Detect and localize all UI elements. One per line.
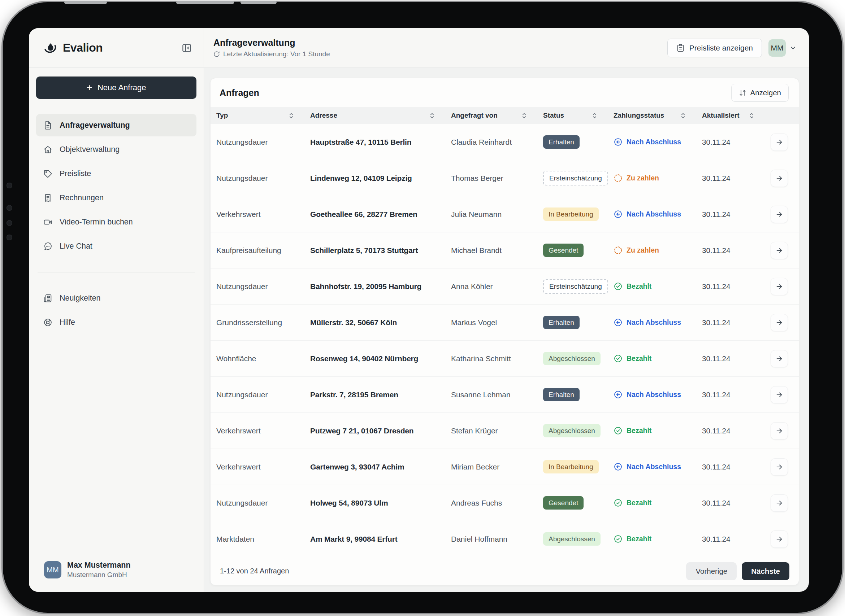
- newspaper-icon: [43, 294, 52, 303]
- table-row[interactable]: Nutzungsdauer Parkstr. 7, 28195 Bremen S…: [210, 376, 799, 412]
- show-pricelist-label: Preisliste anzeigen: [689, 44, 753, 52]
- sort-icon: [592, 113, 598, 119]
- cell-typ: Nutzungsdauer: [216, 174, 310, 183]
- open-request-button[interactable]: [771, 206, 788, 223]
- table-row[interactable]: Verkehrswert Putzweg 7 21, 01067 Dresden…: [210, 412, 799, 449]
- cell-adresse: Parkstr. 7, 28195 Bremen: [310, 390, 451, 399]
- sidebar-collapse-button[interactable]: [179, 40, 194, 56]
- sidebar-item-objektverwaltung[interactable]: Objektverwaltung: [36, 138, 197, 161]
- table-row[interactable]: Nutzungsdauer Bahnhofstr. 19, 20095 Hamb…: [210, 268, 799, 304]
- table-row[interactable]: Verkehrswert Goetheallee 66, 28277 Breme…: [210, 196, 799, 232]
- payment-label: Bezahlt: [626, 535, 651, 543]
- sidebar-item-neuigkeiten[interactable]: Neuigkeiten: [36, 287, 197, 309]
- device-side-dot: [6, 183, 12, 188]
- payment-status: Zu zahlen: [614, 174, 702, 183]
- open-request-button[interactable]: [771, 422, 788, 440]
- sidebar-item-anfrageverwaltung[interactable]: Anfrageverwaltung: [36, 114, 197, 136]
- avatar: MM: [769, 39, 786, 57]
- table-row[interactable]: Kaufpreisaufteilung Schillerplatz 5, 701…: [210, 232, 799, 268]
- payment-label: Bezahlt: [626, 282, 651, 290]
- table-row[interactable]: Verkehrswert Gartenweg 3, 93047 Achim Mi…: [210, 449, 799, 485]
- column-header-angefragt-von[interactable]: Angefragt von: [451, 111, 543, 119]
- arrow-right-icon: [775, 174, 783, 182]
- user-menu-button[interactable]: MM: [769, 39, 797, 57]
- app-screen: Evalion + Neue Anfrage Anfrageverwaltung…: [29, 28, 809, 592]
- table-row[interactable]: Grundrisserstellung Müllerstr. 32, 50667…: [210, 304, 799, 340]
- sidebar-item-label: Preisliste: [60, 169, 91, 178]
- cell-aktualisiert: 30.11.24: [702, 499, 771, 507]
- open-request-button[interactable]: [771, 458, 788, 476]
- cell-status: In Bearbeitung: [543, 460, 614, 474]
- sidebar-item-preisliste[interactable]: Preisliste: [36, 163, 197, 185]
- dashed-circle-icon: [614, 246, 623, 255]
- table-row[interactable]: Nutzungsdauer Holweg 54, 89073 Ulm Andre…: [210, 485, 799, 521]
- check-circle-icon: [614, 499, 623, 507]
- previous-page-button[interactable]: Vorherige: [686, 562, 737, 580]
- cell-adresse: Bahnhofstr. 19, 20095 Hamburg: [310, 282, 451, 291]
- column-header-status[interactable]: Status: [543, 111, 614, 119]
- cell-aktualisiert: 30.11.24: [702, 354, 771, 363]
- cell-adresse: Am Markt 9, 99084 Erfurt: [310, 535, 451, 543]
- table-row[interactable]: Nutzungsdauer Hauptstraße 47, 10115 Berl…: [210, 124, 799, 160]
- cell-status: Abgeschlossen: [543, 532, 614, 546]
- open-request-button[interactable]: [771, 531, 788, 548]
- open-request-button[interactable]: [771, 350, 788, 367]
- table-row[interactable]: Marktdaten Am Markt 9, 99084 Erfurt Dani…: [210, 521, 799, 557]
- cell-typ: Grundrisserstellung: [216, 318, 310, 327]
- table-row[interactable]: Wohnfläche Rosenweg 14, 90402 Nürnberg K…: [210, 340, 799, 376]
- show-pricelist-button[interactable]: Preisliste anzeigen: [667, 39, 762, 57]
- column-header-adresse[interactable]: Adresse: [310, 111, 451, 119]
- open-request-button[interactable]: [771, 278, 788, 295]
- sidebar-item-label: Hilfe: [60, 318, 75, 327]
- arrow-right-icon: [775, 138, 783, 146]
- arrow-right-icon: [775, 499, 783, 507]
- cell-angefragt-von: Katharina Schmitt: [451, 354, 543, 363]
- status-badge: Gesendet: [543, 243, 583, 257]
- open-request-button[interactable]: [771, 314, 788, 331]
- arrow-right-icon: [775, 535, 783, 543]
- cell-status: Gesendet: [543, 243, 614, 257]
- sidebar-item-label: Live Chat: [60, 242, 93, 251]
- new-request-button[interactable]: + Neue Anfrage: [36, 76, 197, 99]
- new-request-label: Neue Anfrage: [97, 83, 146, 92]
- device-top-button: [176, 1, 234, 4]
- payment-label: Nach Abschluss: [626, 390, 681, 399]
- payment-status: Bezahlt: [614, 426, 702, 435]
- cell-typ: Verkehrswert: [216, 463, 310, 471]
- requests-card: Anfragen Anzeigen Typ Adresse Angefragt …: [210, 78, 799, 585]
- sidebar-item-video-termin[interactable]: Video-Termin buchen: [36, 211, 197, 233]
- cell-status: Abgeschlossen: [543, 424, 614, 438]
- sort-icon: [680, 113, 686, 119]
- cell-aktualisiert: 30.11.24: [702, 535, 771, 543]
- table-row[interactable]: Nutzungsdauer Lindenweg 12, 04109 Leipzi…: [210, 160, 799, 196]
- open-request-button[interactable]: [771, 386, 788, 403]
- column-label: Typ: [216, 111, 228, 119]
- payment-status: Bezahlt: [614, 354, 702, 363]
- payment-label: Bezahlt: [626, 427, 651, 435]
- chat-bubble-icon: [43, 242, 52, 251]
- logo-text: Evalion: [63, 41, 179, 54]
- arrow-right-icon: [775, 319, 783, 327]
- main-area: Anfrageverwaltung Letzte Aktualisierung:…: [204, 28, 809, 592]
- open-request-button[interactable]: [771, 494, 788, 512]
- view-sort-button[interactable]: Anzeigen: [731, 84, 789, 102]
- cell-adresse: Gartenweg 3, 93047 Achim: [310, 463, 451, 471]
- open-request-button[interactable]: [771, 133, 788, 151]
- column-header-typ[interactable]: Typ: [216, 111, 310, 119]
- open-request-button[interactable]: [771, 170, 788, 187]
- payment-status: Nach Abschluss: [614, 318, 702, 327]
- circle-arrow-left-icon: [614, 318, 623, 327]
- open-request-button[interactable]: [771, 242, 788, 259]
- cell-angefragt-von: Andreas Fuchs: [451, 499, 543, 507]
- next-page-button[interactable]: Nächste: [742, 562, 789, 580]
- cell-typ: Nutzungsdauer: [216, 390, 310, 399]
- sidebar-item-rechnungen[interactable]: Rechnungen: [36, 186, 197, 209]
- column-header-zahlungsstatus[interactable]: Zahlungsstatus: [614, 111, 702, 119]
- home-icon: [43, 145, 52, 154]
- cell-angefragt-von: Claudia Reinhardt: [451, 138, 543, 147]
- column-header-aktualisiert[interactable]: Aktualisiert: [702, 111, 771, 119]
- cell-angefragt-von: Thomas Berger: [451, 174, 543, 183]
- sidebar-item-live-chat[interactable]: Live Chat: [36, 235, 197, 257]
- cell-status: Ersteinschätzung: [543, 279, 614, 294]
- sidebar-item-hilfe[interactable]: Hilfe: [36, 311, 197, 333]
